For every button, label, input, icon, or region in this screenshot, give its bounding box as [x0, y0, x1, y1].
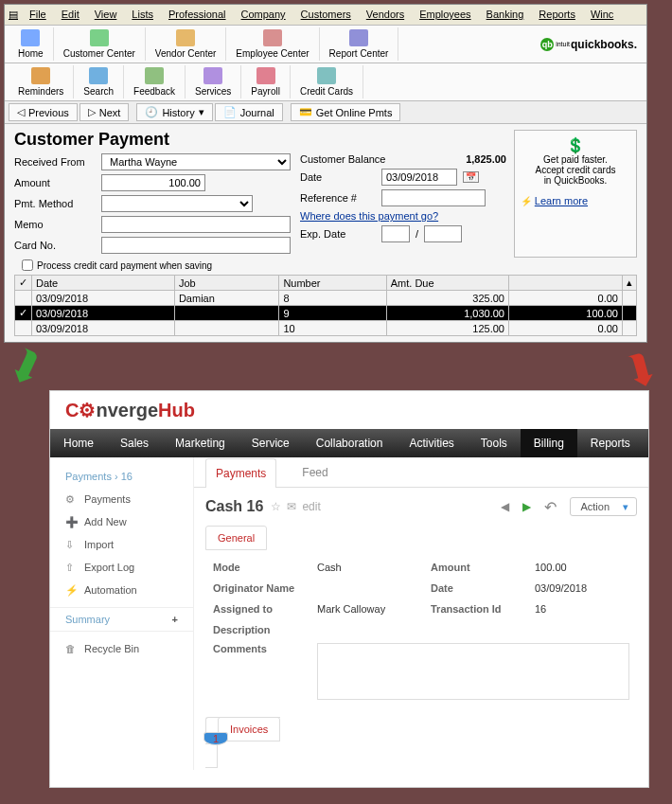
menu-lists[interactable]: Lists	[124, 7, 161, 23]
tool-credit-cards[interactable]: Credit Cards	[291, 65, 363, 98]
menu-view[interactable]: View	[87, 7, 125, 23]
tab-feed[interactable]: Feed	[292, 457, 338, 487]
edit-link[interactable]: edit	[302, 500, 320, 513]
menu-banking[interactable]: Banking	[479, 7, 532, 23]
sidebar-item-recycle[interactable]: 🗑 Recycle Bin	[50, 637, 193, 660]
menu-professional[interactable]: Professional	[161, 7, 234, 23]
sidebar-item-export-log[interactable]: ⇧ Export Log	[50, 556, 193, 579]
qb-toolbar-2: RemindersSearchFeedbackServicesPayrollCr…	[5, 63, 646, 101]
col-job[interactable]: Job	[174, 276, 278, 291]
record-title: Cash 16	[205, 498, 263, 515]
next-record-button[interactable]: ▶	[522, 500, 531, 513]
prev-button[interactable]: ◁Previous	[9, 103, 78, 121]
tool-vendor-center[interactable]: Vendor Center	[146, 27, 227, 61]
card-no-input[interactable]	[101, 237, 291, 254]
mode-label: Mode	[213, 562, 317, 573]
where-payment-link[interactable]: Where does this payment go?	[300, 210, 438, 222]
subtab-general[interactable]: General	[205, 526, 267, 550]
sidebar-item-payments[interactable]: ⚙ Payments	[50, 488, 193, 510]
pmt-method-select[interactable]	[101, 195, 253, 212]
tool-home[interactable]: Home	[9, 27, 54, 61]
nav-activities[interactable]: Activities	[396, 429, 467, 457]
reference-input[interactable]	[381, 189, 486, 206]
sidebar-item-add-new[interactable]: ➕ Add New	[50, 510, 193, 533]
memo-input[interactable]	[101, 216, 291, 233]
tab-payments[interactable]: Payments	[205, 458, 276, 488]
tool-reminders[interactable]: Reminders	[9, 65, 74, 98]
tool-feedback[interactable]: Feedback	[124, 65, 186, 98]
promo-line1: Get paid faster.	[521, 154, 630, 165]
amount-input[interactable]	[101, 174, 205, 191]
action-dropdown[interactable]: Action	[570, 497, 637, 516]
invoices-tab[interactable]: Invoices1	[205, 717, 637, 768]
learn-more-link[interactable]: Learn more	[535, 195, 588, 206]
tool-search[interactable]: Search	[74, 65, 124, 98]
exp-month-input[interactable]	[381, 225, 410, 242]
col-last[interactable]	[509, 276, 623, 291]
menu-edit[interactable]: Edit	[54, 7, 87, 23]
menu-file[interactable]: File	[22, 7, 54, 23]
reference-label: Reference #	[300, 192, 376, 204]
exp-year-input[interactable]	[424, 225, 462, 242]
tool-customer-center[interactable]: Customer Center	[54, 27, 146, 61]
col-number[interactable]: Number	[279, 276, 386, 291]
process-cc-checkbox[interactable]	[22, 259, 33, 271]
menu-reports[interactable]: Reports	[531, 7, 583, 23]
nav-collaboration[interactable]: Collaboration	[303, 429, 397, 457]
date-label: Date	[431, 582, 535, 594]
table-row[interactable]: 03/09/201810 125.000.00	[15, 321, 637, 336]
prev-record-button[interactable]: ◀	[501, 500, 509, 513]
menu-vendors[interactable]: Vendors	[359, 7, 412, 23]
next-button[interactable]: ▷Next	[80, 103, 130, 121]
journal-icon: 📄	[223, 106, 237, 118]
tool-employee-center[interactable]: Employee Center	[226, 27, 319, 61]
nav-service[interactable]: Service	[239, 429, 303, 457]
menu-employees[interactable]: Employees	[412, 7, 478, 23]
sidebar-item-import[interactable]: ⇩ Import	[50, 533, 193, 556]
col-check[interactable]: ✓	[15, 276, 32, 291]
date-value: 03/09/2018	[535, 582, 629, 594]
summary-toggle[interactable]: Summary+	[50, 607, 193, 632]
sidebar-icon: ➕	[65, 516, 77, 527]
col-date[interactable]: Date	[32, 276, 175, 291]
sidebar-item-label: Recycle Bin	[84, 643, 139, 654]
promo-line2: Accept credit cards	[521, 165, 630, 175]
scroll-up[interactable]: ▴	[623, 276, 637, 291]
nav-sales[interactable]: Sales	[107, 429, 162, 457]
online-icon: 💳	[299, 106, 312, 118]
nav-reports[interactable]: Reports	[577, 429, 644, 457]
plus-icon: +	[172, 614, 178, 625]
journal-button[interactable]: 📄Journal	[215, 103, 283, 121]
menu-company[interactable]: Company	[234, 7, 293, 23]
sidebar-item-automation[interactable]: ⚡ Automation	[50, 579, 193, 601]
date-input[interactable]	[381, 169, 457, 186]
nav-tools[interactable]: Tools	[468, 429, 521, 457]
table-row[interactable]: 03/09/2018Damian8 325.000.00	[15, 291, 637, 306]
nav-billing[interactable]: Billing	[521, 429, 577, 457]
tool-report-center[interactable]: Report Center	[320, 27, 399, 61]
promo-line3: in QuickBooks.	[521, 175, 630, 186]
ch-content: Payments Feed Cash 16 ☆ ✉ edit ◀ ▶ ↶ Act…	[194, 457, 648, 770]
table-row[interactable]: ✓03/09/20189 1,030.00100.00	[15, 306, 637, 321]
get-online-pmts-button[interactable]: 💳Get Online Pmts	[291, 103, 401, 121]
menu-window[interactable]: Winc	[583, 7, 621, 23]
breadcrumb-payments[interactable]: Payments	[65, 471, 112, 482]
received-from-select[interactable]: Martha Wayne	[101, 153, 291, 170]
nav-home[interactable]: Home	[50, 429, 107, 457]
app-menu-icon[interactable]: ▤	[5, 7, 22, 23]
brand-small: intuit	[556, 41, 570, 47]
star-icon[interactable]: ☆	[271, 500, 281, 513]
undo-icon[interactable]: ↶	[544, 498, 557, 516]
menu-customers[interactable]: Customers	[293, 7, 359, 23]
calendar-icon[interactable]: 📅	[463, 171, 479, 183]
date-label: Date	[300, 171, 376, 183]
mail-icon[interactable]: ✉	[287, 500, 296, 513]
nav-marketing[interactable]: Marketing	[162, 429, 239, 457]
tool-services[interactable]: Services	[186, 65, 241, 98]
comments-box[interactable]	[317, 643, 629, 700]
tool-payroll[interactable]: Payroll	[241, 65, 291, 98]
brand-name: quickbooks	[571, 38, 634, 51]
col-amtdue[interactable]: Amt. Due	[386, 276, 508, 291]
arrow-left-icon: ◁	[17, 106, 25, 118]
history-button[interactable]: 🕘History ▾	[136, 103, 212, 121]
